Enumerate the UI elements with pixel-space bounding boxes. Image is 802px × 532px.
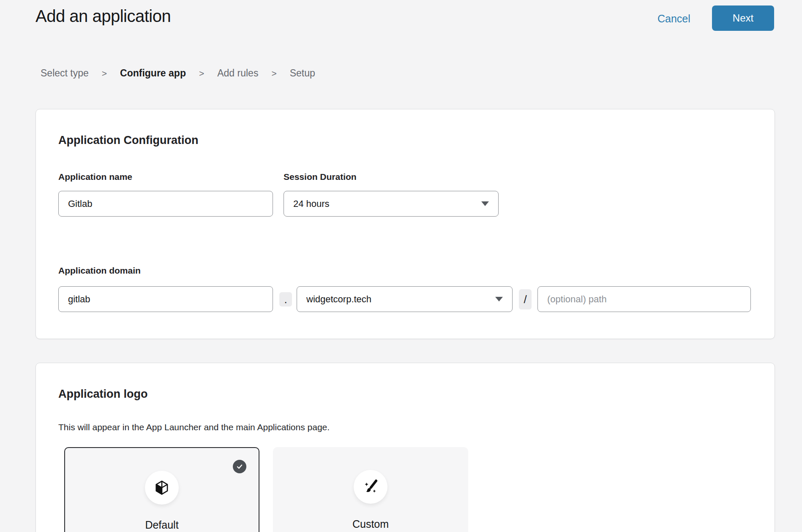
slash-separator-badge: /	[519, 289, 532, 309]
domain-value: widgetcorp.tech	[306, 294, 371, 305]
logo-option-custom[interactable]: Custom	[273, 447, 468, 532]
domain-select[interactable]: widgetcorp.tech	[297, 286, 513, 312]
dropdown-arrow-icon	[495, 297, 503, 301]
logo-option-default[interactable]: Default	[64, 447, 259, 532]
cube-icon	[154, 480, 170, 496]
subdomain-input[interactable]	[58, 286, 273, 312]
paintbrush-icon	[363, 479, 379, 495]
check-icon	[236, 463, 243, 470]
dropdown-arrow-icon	[481, 201, 489, 206]
application-configuration-heading: Application Configuration	[58, 134, 198, 147]
application-name-input[interactable]	[58, 191, 273, 217]
dot-separator-badge: .	[279, 292, 292, 307]
logo-option-label: Default	[145, 519, 178, 531]
breadcrumb-separator: >	[102, 68, 107, 79]
breadcrumb-step-select-type[interactable]: Select type	[41, 68, 89, 79]
application-logo-card: Application logo This will appear in the…	[35, 363, 775, 532]
session-duration-label: Session Duration	[284, 172, 357, 182]
breadcrumb-step-setup[interactable]: Setup	[290, 68, 315, 79]
logo-option-label: Custom	[352, 518, 389, 530]
logo-option-tiles: Default Custom	[64, 447, 468, 532]
breadcrumb-separator: >	[199, 68, 204, 79]
application-name-label: Application name	[58, 172, 132, 182]
breadcrumb: Select type > Configure app > Add rules …	[41, 68, 315, 79]
application-configuration-card: Application Configuration Application na…	[35, 109, 775, 339]
next-button[interactable]: Next	[712, 5, 774, 31]
add-application-page: Add an application Cancel Next Select ty…	[0, 0, 802, 532]
session-duration-select[interactable]: 24 hours	[284, 191, 499, 217]
application-logo-description: This will appear in the App Launcher and…	[58, 422, 330, 432]
breadcrumb-step-configure-app[interactable]: Configure app	[120, 68, 186, 79]
application-logo-heading: Application logo	[58, 388, 147, 401]
path-input[interactable]	[537, 286, 751, 312]
cancel-button[interactable]: Cancel	[657, 13, 690, 25]
page-title: Add an application	[35, 7, 171, 26]
selected-check-badge	[233, 460, 246, 473]
application-domain-label: Application domain	[58, 266, 141, 276]
breadcrumb-separator: >	[271, 68, 276, 79]
default-logo-circle	[145, 471, 179, 505]
session-duration-value: 24 hours	[293, 198, 330, 209]
custom-logo-circle	[354, 470, 387, 504]
breadcrumb-step-add-rules[interactable]: Add rules	[217, 68, 258, 79]
